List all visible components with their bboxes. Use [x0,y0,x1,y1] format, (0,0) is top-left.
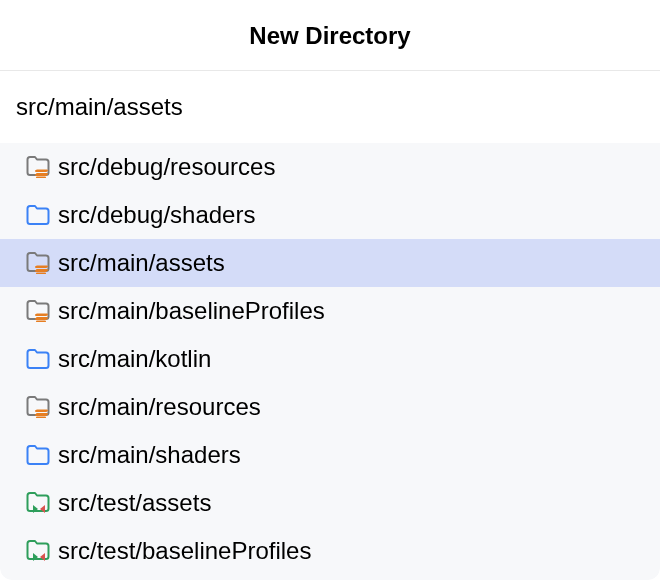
list-item-label: src/debug/shaders [58,201,255,229]
folder-config-icon [26,396,50,418]
folder-config-icon [26,300,50,322]
list-item-label: src/test/baselineProfiles [58,537,311,565]
list-item-label: src/main/assets [58,249,225,277]
list-item-label: src/main/kotlin [58,345,211,373]
input-row [0,71,660,143]
dialog-header: New Directory [0,0,660,71]
suggestion-list[interactable]: src/debug/resourcessrc/debug/shaderssrc/… [0,143,660,580]
list-item[interactable]: src/main/resources [0,383,660,431]
new-directory-dialog: New Directory src/debug/resourcessrc/deb… [0,0,660,580]
list-item-label: src/main/shaders [58,441,241,469]
list-item[interactable]: src/debug/resources [0,143,660,191]
list-item-label: src/main/baselineProfiles [58,297,325,325]
list-item-label: src/debug/resources [58,153,275,181]
list-item-label: src/test/assets [58,489,211,517]
list-item[interactable]: src/main/baselineProfiles [0,287,660,335]
list-item[interactable]: src/main/kotlin [0,335,660,383]
folder-icon [26,348,50,370]
list-item-label: src/main/resources [58,393,261,421]
folder-icon [26,204,50,226]
folder-config-icon [26,156,50,178]
directory-name-input[interactable] [16,93,644,121]
list-item[interactable]: src/test/baselineProfiles [0,527,660,575]
folder-test-icon [26,540,50,562]
list-item[interactable]: src/main/assets [0,239,660,287]
list-item[interactable]: src/test/assets [0,479,660,527]
list-item[interactable]: src/debug/shaders [0,191,660,239]
list-item[interactable]: src/main/shaders [0,431,660,479]
folder-test-icon [26,492,50,514]
folder-config-icon [26,252,50,274]
dialog-title: New Directory [0,22,660,50]
folder-icon [26,444,50,466]
